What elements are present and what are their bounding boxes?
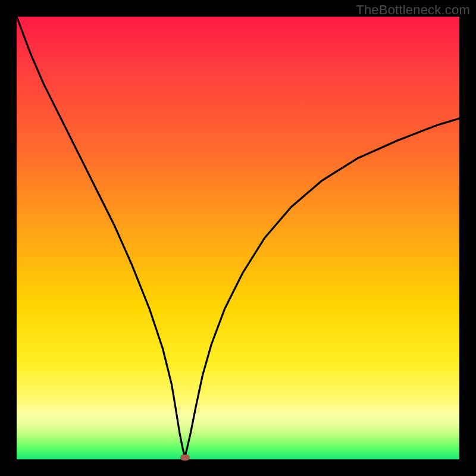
watermark-text: TheBottleneck.com [356, 2, 470, 18]
min-marker [180, 455, 190, 461]
curve-path [17, 17, 459, 457]
plot-area [17, 17, 459, 459]
curve-layer [17, 17, 459, 459]
chart-frame: TheBottleneck.com [0, 0, 476, 476]
